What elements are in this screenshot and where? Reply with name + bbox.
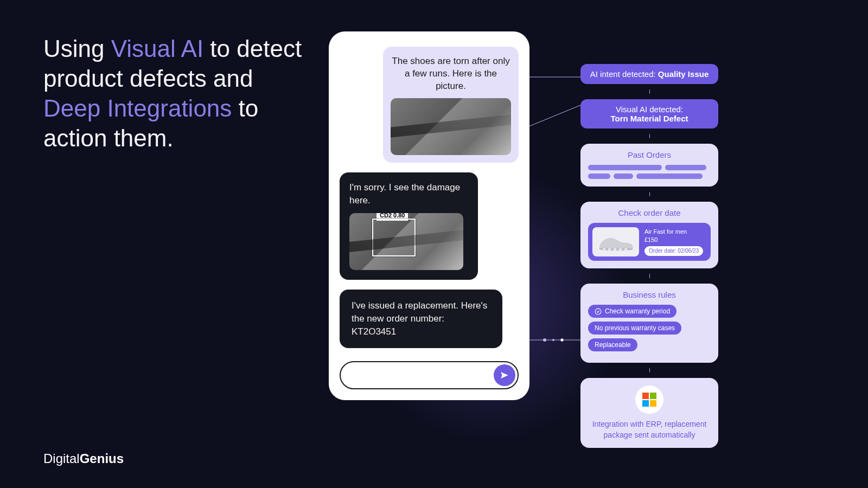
agent-message-bubble-2: I've issued a replacement. Here's the ne… [340, 290, 502, 348]
visual-ai-line1: Visual AI detected: [589, 105, 710, 114]
headline-accent-1: Visual AI [111, 35, 203, 62]
check-order-title: Check order date [588, 208, 711, 217]
rule-pill-2: No previous warranty cases [588, 322, 681, 335]
brand-logo: DigitalGenius [43, 451, 124, 466]
svg-point-11 [595, 309, 601, 314]
past-orders-panel: Past Orders [580, 144, 718, 187]
intent-prefix: AI intent detected: [590, 69, 658, 79]
agent-detection-image: CD2 0.80 [349, 213, 463, 270]
rule-pill-3: Replaceable [588, 338, 637, 351]
check-circle-icon [595, 308, 602, 315]
svg-point-3 [543, 338, 546, 342]
svg-point-9 [619, 248, 622, 251]
product-price: £150 [644, 236, 703, 244]
agent-message-2-text: I've issued a replacement. Here's the ne… [352, 300, 487, 337]
connector-vline [649, 368, 650, 373]
send-button[interactable] [494, 364, 515, 386]
erp-text: Integration with ERP, replacement packag… [588, 419, 711, 440]
headline-text-1: Using [43, 35, 111, 62]
svg-point-7 [608, 248, 611, 251]
send-icon [500, 370, 509, 380]
svg-point-5 [561, 339, 564, 342]
rule-3-text: Replaceable [595, 341, 631, 349]
check-order-panel: Check order date Air Fast for men £150 O… [580, 202, 718, 268]
past-orders-title: Past Orders [588, 150, 711, 159]
user-message-text: The shoes are torn after only a few runs… [391, 55, 511, 93]
workflow-column: AI intent detected: Quality Issue Visual… [580, 64, 718, 448]
business-rules-title: Business rules [588, 290, 711, 299]
visual-ai-line2: Torn Material Defect [589, 114, 710, 123]
svg-point-4 [552, 339, 554, 341]
order-date-pill: Order date: 02/06/23 [644, 246, 703, 256]
phone-mockup: The shoes are torn after only a few runs… [329, 31, 529, 400]
headline: Using Visual AI to detect product defect… [43, 34, 315, 153]
svg-point-6 [603, 248, 606, 251]
headline-accent-2: Deep Integrations [43, 95, 232, 121]
detection-bounding-box [372, 219, 416, 256]
rule-2-text: No previous warranty cases [595, 324, 675, 332]
intent-value: Quality Issue [658, 69, 709, 79]
chat-input[interactable] [340, 361, 519, 389]
intent-chip: AI intent detected: Quality Issue [580, 64, 718, 84]
svg-point-8 [614, 248, 617, 251]
user-message-bubble: The shoes are torn after only a few runs… [383, 47, 519, 163]
rule-pill-1: Check warranty period [588, 305, 676, 318]
business-rules-panel: Business rules Check warranty period No … [580, 284, 718, 363]
product-name: Air Fast for men [644, 228, 703, 236]
past-orders-placeholder-bars [588, 165, 711, 179]
user-uploaded-image [391, 98, 511, 155]
brand-light: Digital [43, 451, 80, 466]
brand-bold: Genius [80, 451, 124, 466]
connector-vline [649, 134, 650, 138]
rule-1-text: Check warranty period [605, 307, 670, 315]
connector-vline [649, 89, 650, 94]
order-card: Air Fast for men £150 Order date: 02/06/… [588, 223, 711, 261]
agent-message-1-text: I'm sorry. I see the damage here. [349, 181, 468, 207]
agent-message-bubble-1: I'm sorry. I see the damage here. CD2 0.… [340, 172, 478, 280]
product-thumbnail [592, 227, 639, 256]
erp-integration-panel: Integration with ERP, replacement packag… [580, 378, 718, 448]
connector-vline [649, 192, 650, 196]
shoe-icon [596, 231, 636, 253]
visual-ai-chip: Visual AI detected: Torn Material Defect [580, 99, 718, 129]
connector-vline [649, 274, 650, 278]
svg-point-10 [624, 248, 628, 251]
microsoft-logo-icon [635, 386, 663, 414]
